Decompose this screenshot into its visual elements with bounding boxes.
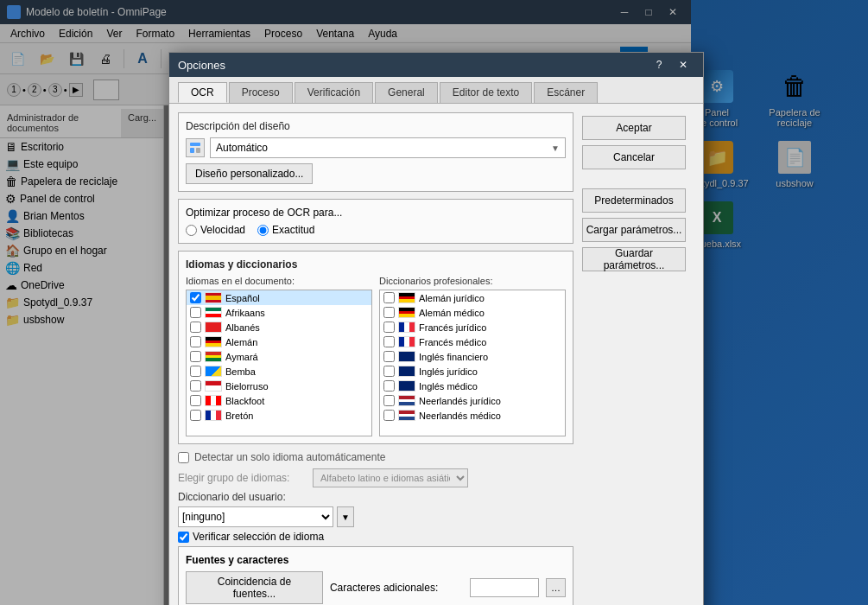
dialog-titlebar: Opciones ? ✕: [169, 53, 703, 77]
dict-item-ingles-juridico[interactable]: Inglés jurídico: [380, 364, 565, 379]
dict-item-frances-medico[interactable]: Francés médico: [380, 334, 565, 349]
tab-general[interactable]: General: [375, 82, 438, 103]
tab-ocr[interactable]: OCR: [178, 82, 227, 103]
svg-rect-2: [196, 148, 200, 153]
dict-item-neerla-medico[interactable]: Neerlandés médico: [380, 408, 565, 423]
layout-select[interactable]: Automático ▼: [210, 137, 566, 158]
group-row: Elegir grupo de idiomas: Alfabeto latino…: [178, 468, 573, 487]
dict-item-frances-juridico[interactable]: Francés jurídico: [380, 320, 565, 334]
group-label: Elegir grupo de idiomas:: [178, 472, 307, 484]
radio-speed[interactable]: [186, 225, 197, 236]
dict-check-frances-juridico[interactable]: [383, 322, 395, 333]
detect-auto-check[interactable]: [178, 452, 189, 463]
verify-check[interactable]: [178, 532, 189, 543]
tab-proceso[interactable]: Proceso: [229, 82, 293, 103]
lang-item-espanol[interactable]: Español: [187, 290, 371, 305]
dict-name-frances-juridico: Francés jurídico: [419, 322, 486, 333]
custom-layout-btn[interactable]: Diseño personalizado...: [186, 163, 313, 184]
tab-editor[interactable]: Editor de texto: [440, 82, 532, 103]
fonts-section: Fuentes y caracteres Coincidencia de fue…: [178, 546, 573, 605]
spacer: [582, 175, 694, 183]
dict-check-ingles-financiero[interactable]: [383, 351, 395, 362]
lang-check-blackfoot[interactable]: [190, 395, 201, 406]
dialog-close-btn[interactable]: ✕: [672, 56, 694, 73]
dict-name-ingles-medico: Inglés médico: [419, 381, 478, 392]
dict-name-neerla-medico: Neerlandés médico: [419, 411, 501, 421]
verify-label: Verificar selección de idioma: [193, 531, 324, 543]
lang-check-aleman[interactable]: [190, 336, 201, 347]
user-dict-label: Diccionario del usuario:: [178, 491, 286, 503]
dict-check-neerla-medico[interactable]: [383, 410, 395, 421]
dict-flag-neerla-juridico: [398, 395, 415, 406]
user-dict-col: Diccionario del usuario: [ninguno] ▼ Ve: [178, 491, 354, 543]
lang-item-blackfoot[interactable]: Blackfoot: [187, 393, 371, 408]
lang-section-title: Idiomas y diccionarios: [186, 258, 566, 271]
dict-item-aleman-juridico[interactable]: Alemán jurídico: [380, 290, 565, 305]
dict-item-ingles-medico[interactable]: Inglés médico: [380, 379, 565, 393]
lang-name-afrikaans: Afrikaans: [225, 308, 265, 318]
prof-dicts-list[interactable]: Alemán jurídico Alemán médico: [379, 290, 566, 436]
dict-flag-ingles-medico: [398, 380, 415, 392]
dialog-left-panel: Descripción del diseño Automático ▼ Dise…: [178, 112, 573, 605]
dict-check-aleman-medico[interactable]: [383, 307, 395, 318]
user-dict-select-row: [ninguno] ▼: [178, 506, 354, 527]
accept-button[interactable]: Aceptar: [582, 116, 686, 140]
defaults-button[interactable]: Predeterminados: [582, 188, 686, 213]
dict-name-neerla-juridico: Neerlandés jurídico: [419, 396, 501, 406]
lang-check-bielorruso[interactable]: [190, 380, 201, 392]
lang-item-aleman[interactable]: Alemán: [187, 334, 371, 349]
extra-chars-btn[interactable]: …: [546, 578, 566, 597]
dict-check-frances-medico[interactable]: [383, 336, 395, 347]
dict-check-neerla-juridico[interactable]: [383, 395, 395, 406]
lang-name-bemba: Bemba: [225, 366, 256, 377]
dict-check-ingles-juridico[interactable]: [383, 366, 395, 377]
tab-scanner[interactable]: Escáner: [534, 82, 598, 103]
dict-name-ingles-juridico: Inglés jurídico: [419, 366, 478, 377]
dict-item-ingles-financiero[interactable]: Inglés financiero: [380, 349, 565, 364]
font-match-row: Coincidencia de fuentes... Caracteres ad…: [186, 571, 566, 604]
load-params-button[interactable]: Cargar parámetros...: [582, 218, 686, 242]
tab-verificacion[interactable]: Verificación: [295, 82, 373, 103]
lang-check-breton[interactable]: [190, 410, 201, 421]
cancel-button[interactable]: Cancelar: [582, 145, 686, 169]
group-select[interactable]: Alfabeto latino e idiomas asiáticos: [313, 468, 468, 487]
fonts-title: Fuentes y caracteres: [186, 554, 566, 566]
lang-check-espanol[interactable]: [190, 292, 201, 303]
flag-blackfoot: [205, 395, 222, 406]
lang-check-bemba[interactable]: [190, 366, 201, 377]
lang-name-blackfoot: Blackfoot: [225, 396, 264, 406]
dict-check-aleman-juridico[interactable]: [383, 292, 395, 303]
font-match-btn[interactable]: Coincidencia de fuentes...: [186, 571, 323, 604]
dict-flag-frances-juridico: [398, 322, 415, 333]
lang-item-afrikaans[interactable]: Afrikaans: [187, 305, 371, 320]
radio-accuracy[interactable]: [257, 225, 269, 236]
lang-check-aymara[interactable]: [190, 351, 201, 362]
user-dict-select[interactable]: [ninguno]: [178, 506, 333, 527]
lang-item-breton[interactable]: Bretón: [187, 408, 371, 423]
lang-item-bemba[interactable]: Bemba: [187, 364, 371, 379]
flag-espanol: [205, 292, 222, 303]
save-params-button[interactable]: Guardar parámetros...: [582, 247, 686, 271]
user-dict-dropdown-btn[interactable]: ▼: [337, 506, 354, 527]
dict-item-neerla-juridico[interactable]: Neerlandés jurídico: [380, 393, 565, 408]
ocr-optimize-title: Optimizar proceso de OCR para...: [186, 207, 566, 219]
dialog-help-btn[interactable]: ?: [648, 56, 670, 73]
lang-check-afrikaans[interactable]: [190, 307, 201, 318]
verify-row: Verificar selección de idioma: [178, 531, 354, 543]
dict-flag-aleman-juridico: [398, 292, 415, 303]
lang-item-bielorruso[interactable]: Bielorruso: [187, 379, 371, 393]
dict-item-aleman-medico[interactable]: Alemán médico: [380, 305, 565, 320]
doc-langs-list[interactable]: Español Afrikaans: [186, 290, 372, 436]
dict-check-ingles-medico[interactable]: [383, 380, 395, 392]
lang-name-breton: Bretón: [225, 411, 253, 421]
layout-section-label: Descripción del diseño: [186, 120, 566, 132]
lang-item-aymara[interactable]: Aymará: [187, 349, 371, 364]
dict-name-aleman-juridico: Alemán jurídico: [419, 293, 485, 303]
doc-langs-col: Idiomas en el documento: Español: [186, 276, 372, 436]
lang-item-albanes[interactable]: Albanés: [187, 320, 371, 334]
extra-chars-input[interactable]: [470, 578, 539, 597]
lang-check-albanes[interactable]: [190, 322, 201, 333]
radio-accuracy-label[interactable]: Exactitud: [257, 224, 314, 236]
lang-name-aleman: Alemán: [225, 337, 257, 347]
radio-speed-label[interactable]: Velocidad: [186, 224, 245, 236]
